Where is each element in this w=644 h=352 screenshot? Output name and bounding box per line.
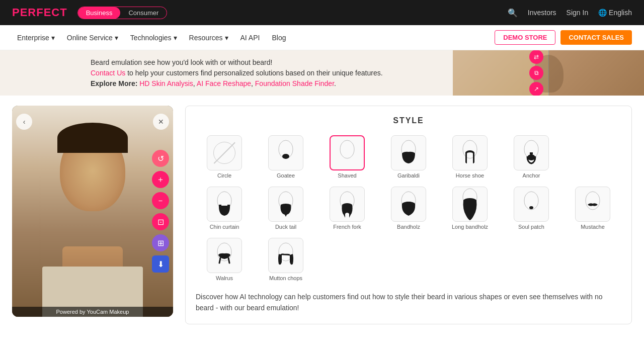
demo-store-button[interactable]: DEMO STORE [495, 30, 555, 45]
style-description: Discover how AI technology can help cust… [196, 291, 621, 314]
style-panel: STYLE Circle Goatee [185, 106, 632, 324]
goatee-svg [274, 138, 298, 167]
download-button[interactable]: ⬇ [152, 255, 169, 273]
beard-bandholz[interactable]: Bandholz [380, 185, 437, 232]
nav-ai-api[interactable]: AI API [235, 31, 265, 45]
signin-link[interactable]: Sign In [567, 9, 589, 17]
beard-anchor[interactable]: Anchor [503, 133, 560, 181]
foundation-link[interactable]: Foundation Shade Finder [255, 79, 334, 87]
compare-icon[interactable]: ⧉ [529, 66, 543, 80]
beard-long-bandholz-icon [452, 187, 488, 222]
beard-row-2: Chin curtain Duck tail [196, 185, 621, 232]
beard-long-bandholz-label: Long bandholz [452, 224, 488, 230]
banner-image [453, 50, 644, 96]
face-reshape-link[interactable]: AI Face Reshape [197, 79, 251, 87]
beard-mustache-label: Mustache [581, 224, 605, 230]
chevron-down-icon: ▾ [115, 34, 118, 42]
beard-goatee-icon [268, 135, 303, 170]
beard-goatee[interactable]: Goatee [257, 133, 314, 181]
banner-text: Beard emulation see how you'd look with … [0, 52, 453, 94]
beard-empty-1 [564, 133, 621, 181]
beard-chin-curtain-icon [207, 187, 242, 222]
beard-duck-tail[interactable]: Duck tail [257, 185, 314, 232]
business-toggle[interactable]: Business [78, 7, 121, 19]
horseshoe-svg [458, 138, 482, 167]
svg-rect-9 [530, 154, 532, 158]
beard-garibaldi-label: Garibaldi [397, 172, 420, 179]
beard-horseshoe[interactable]: Horse shoe [441, 133, 499, 181]
nav-right: DEMO STORE CONTACT SALES [495, 30, 632, 45]
reset-button[interactable]: ↺ [152, 150, 169, 167]
beard-mustache-icon [575, 187, 610, 222]
beard-horseshoe-label: Horse shoe [456, 172, 484, 179]
photo-controls: ↺ ＋ － ⊡ ⊞ ⬇ [152, 150, 169, 273]
beard-empty-2 [318, 236, 376, 283]
beard-shaved-label: Shaved [338, 172, 356, 179]
beard-mustache[interactable]: Mustache [564, 185, 621, 232]
beard-french-fork-icon [330, 187, 365, 222]
beard-mutton-chops-icon [268, 238, 303, 273]
svg-rect-11 [219, 205, 221, 208]
logo: PERFECT [12, 6, 67, 19]
export-icon[interactable]: ↗ [529, 82, 543, 96]
contact-sales-button[interactable]: CONTACT SALES [560, 30, 632, 45]
beard-bandholz-icon [391, 187, 426, 222]
beard-garibaldi[interactable]: Garibaldi [380, 133, 437, 181]
prev-photo-button[interactable]: ‹ [16, 114, 32, 130]
long-bandholz-svg [458, 187, 482, 221]
chevron-down-icon: ▾ [225, 34, 228, 42]
investors-link[interactable]: Investors [528, 9, 556, 17]
beard-duck-tail-icon [268, 187, 303, 222]
share-icon[interactable]: ⇄ [529, 50, 543, 64]
zoom-in-button[interactable]: ＋ [152, 171, 169, 188]
beard-walrus[interactable]: Walrus [196, 236, 253, 283]
zoom-out-button[interactable]: － [152, 192, 169, 209]
crop-button[interactable]: ⊡ [152, 213, 169, 230]
photo-footer: Powered by YouCam Makeup [12, 307, 173, 317]
beard-circle-label: Circle [217, 172, 231, 179]
navbar: Enterprise ▾ Online Service ▾ Technologi… [0, 25, 644, 50]
beard-french-fork-label: French fork [333, 224, 361, 230]
svg-rect-2 [284, 154, 287, 156]
topbar: PERFECT Business Consumer 🔍 Investors Si… [0, 0, 644, 25]
nav-technologies[interactable]: Technologies ▾ [125, 31, 182, 45]
beard-french-fork[interactable]: French fork [318, 185, 376, 232]
svg-point-3 [340, 140, 354, 158]
beard-mutton-chops[interactable]: Mutton chops [257, 236, 314, 283]
chevron-down-icon: ▾ [51, 34, 55, 42]
nav-online-service[interactable]: Online Service ▾ [62, 31, 123, 45]
banner-action-icons: ⇄ ⧉ ↗ [529, 50, 543, 96]
bandholz-svg [396, 190, 421, 219]
beard-empty-3 [380, 236, 437, 283]
grid-button[interactable]: ⊞ [152, 234, 169, 251]
mode-toggle: Business Consumer [77, 7, 168, 19]
beard-circle[interactable]: Circle [196, 133, 253, 181]
shaved-svg [335, 138, 359, 167]
chevron-down-icon: ▾ [174, 34, 177, 42]
beard-garibaldi-icon [391, 135, 426, 170]
beard-circle-icon [207, 135, 242, 170]
beard-horseshoe-icon [452, 135, 488, 170]
nav-enterprise[interactable]: Enterprise ▾ [12, 31, 60, 45]
anchor-svg [519, 138, 543, 167]
consumer-toggle[interactable]: Consumer [120, 7, 167, 19]
beard-long-bandholz[interactable]: Long bandholz [441, 185, 499, 232]
beard-anchor-label: Anchor [523, 172, 540, 179]
contact-us-link[interactable]: Contact Us [91, 69, 125, 77]
beard-shaved-icon [330, 135, 365, 170]
svg-point-5 [463, 140, 477, 158]
mustache-svg [581, 190, 605, 219]
main-content: ‹ ✕ ↺ ＋ － ⊡ ⊞ ⬇ Powered by YouCam Makeup… [0, 96, 644, 334]
beard-shaved[interactable]: Shaved [318, 133, 376, 181]
nav-resources[interactable]: Resources ▾ [184, 31, 233, 45]
beard-empty-5 [503, 236, 560, 283]
nav-blog[interactable]: Blog [267, 31, 291, 45]
language-selector[interactable]: 🌐 English [598, 9, 632, 17]
search-icon[interactable]: 🔍 [508, 8, 518, 18]
beard-empty-4 [441, 236, 499, 283]
hd-skin-link[interactable]: HD Skin Analysis [139, 79, 193, 87]
french-fork-svg [335, 190, 359, 219]
beard-soul-patch[interactable]: Soul patch [503, 185, 560, 232]
beard-chin-curtain[interactable]: Chin curtain [196, 185, 253, 232]
close-photo-button[interactable]: ✕ [153, 114, 169, 130]
